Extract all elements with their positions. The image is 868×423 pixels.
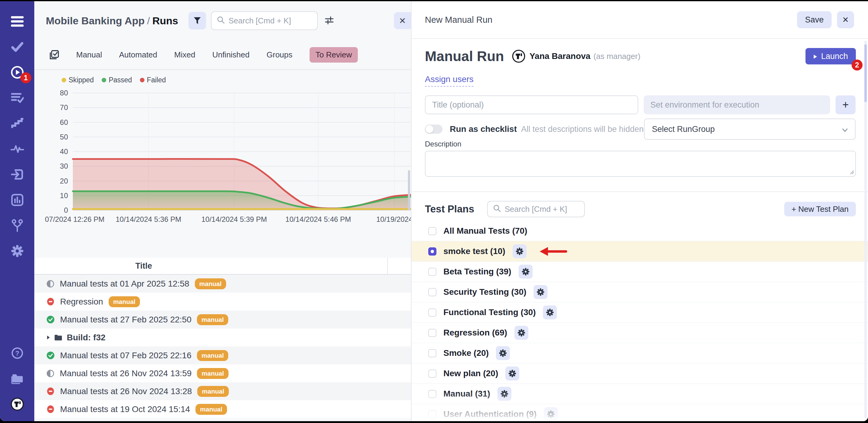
sidebar-item-check[interactable] (0, 34, 34, 60)
test-plan-label: Functional Testing (30) (443, 308, 536, 317)
resize-handle-icon[interactable] (849, 170, 854, 176)
test-plan-row-security-testing-30-[interactable]: Security Testing (30) (411, 282, 868, 302)
sidebar-item-bar-chart[interactable] (0, 187, 34, 213)
test-plan-checkbox[interactable] (428, 308, 436, 317)
test-plan-label: All Manual Tests (70) (443, 226, 527, 236)
tab-unfinished[interactable]: Unfinished (212, 50, 249, 60)
table-row[interactable]: Manual tests at 27 Feb 2025 22:50manual (34, 311, 411, 329)
manager-role: (as manager) (593, 52, 640, 61)
run-as-checklist-toggle[interactable] (425, 124, 442, 134)
tab-manual[interactable]: Manual (76, 50, 102, 60)
test-plan-row-new-plan-20-[interactable]: New plan (20) (411, 363, 868, 384)
new-manual-run-panel: New Manual Run Save ✕ Manual Run Yana Ba… (411, 1, 868, 421)
tab-groups[interactable]: Groups (267, 50, 292, 60)
sidebar-item-menu[interactable] (0, 8, 34, 34)
test-plan-checkbox[interactable] (428, 369, 436, 378)
runs-panel-close-button[interactable]: ✕ (394, 12, 411, 29)
launch-button[interactable]: Launch (805, 48, 856, 64)
table-row[interactable]: Build: f32 (34, 329, 411, 346)
run-title: Manual tests at 26 Nov 2024 13:28 (60, 387, 192, 396)
left-panel-scrollbar[interactable] (408, 170, 410, 210)
annotation-badge-1: 1 (20, 72, 31, 83)
tab-to-review[interactable]: To Review (310, 47, 358, 63)
new-test-plan-button[interactable]: + New Test Plan (784, 202, 856, 216)
test-plan-label: New plan (20) (443, 369, 498, 378)
table-row[interactable]: Manual tests at 19 Oct 2024 15:14manual (34, 400, 411, 418)
test-plan-checkbox[interactable] (428, 329, 436, 337)
test-plan-row-manual-31-[interactable]: Manual (31) (411, 384, 868, 404)
test-plan-checkbox[interactable] (428, 410, 436, 418)
legend-passed: Passed (102, 76, 132, 84)
test-plan-settings-button[interactable] (544, 407, 558, 421)
sidebar-item-list-check[interactable] (0, 85, 34, 111)
sidebar-item-branch[interactable] (0, 213, 34, 238)
test-plan-checkbox[interactable] (428, 247, 436, 256)
test-plan-row-beta-testing-39-[interactable]: Beta Testing (39) (411, 262, 868, 282)
test-plan-row-regression-69-[interactable]: Regression (69) (411, 323, 868, 343)
test-plan-checkbox[interactable] (428, 227, 436, 235)
test-plans-search-input[interactable] (505, 204, 579, 214)
runs-header: Mobile Banking App/Runs ✕ (34, 1, 411, 40)
test-plan-settings-button[interactable] (497, 387, 512, 401)
runs-search-input[interactable] (228, 16, 312, 26)
test-plan-checkbox[interactable] (428, 288, 436, 296)
sidebar-item-gear[interactable] (0, 238, 34, 264)
panel-title: New Manual Run (425, 15, 492, 25)
table-row[interactable]: Manual tests at 26 Nov 2024 13:28manual (34, 382, 411, 400)
environment-input[interactable] (644, 95, 830, 114)
assign-users-link[interactable]: Assign users (425, 75, 473, 87)
sidebar-item-activity[interactable] (0, 136, 34, 162)
run-type-badge: manual (197, 386, 229, 397)
test-plan-settings-button[interactable] (505, 366, 519, 380)
manager-name: Yana Baranova (530, 51, 591, 61)
table-row[interactable]: Manual tests at 07 Feb 2025 22:16manual (34, 346, 411, 364)
sidebar-item-help[interactable]: ? (0, 340, 34, 366)
save-button[interactable]: Save (797, 11, 832, 28)
test-plan-settings-button[interactable] (519, 265, 533, 279)
sidebar-item-steps[interactable] (0, 111, 34, 136)
test-plan-checkbox[interactable] (428, 390, 436, 398)
test-plan-row-smoke-20-[interactable]: Smoke (20) (411, 343, 868, 363)
chart-x-axis-labels: 07/2024 12:26 PM10/14/2024 5:36 PM10/14/… (34, 214, 411, 226)
table-row[interactable]: Manual tests at 01 Apr 2025 12:58manual (34, 275, 411, 293)
select-runs-icon[interactable] (50, 50, 59, 60)
close-button[interactable]: ✕ (837, 11, 854, 28)
right-panel-scrollbar[interactable] (864, 45, 867, 102)
test-plan-settings-button[interactable] (496, 346, 510, 360)
test-plan-checkbox[interactable] (428, 268, 436, 276)
test-plan-checkbox[interactable] (428, 349, 436, 357)
rungroup-select[interactable]: Select RunGroup (644, 118, 856, 140)
tabs-container: ManualAutomatedMixedUnfinishedGroupsTo R… (59, 47, 358, 63)
expand-caret-icon[interactable] (46, 335, 51, 340)
run-title: Regression (60, 297, 103, 307)
run-title: Manual tests at 26 Nov 2024 13:59 (60, 369, 191, 378)
sidebar-item-play[interactable]: 1 (0, 60, 34, 85)
run-title-input[interactable] (425, 95, 638, 114)
tab-automated[interactable]: Automated (119, 50, 157, 60)
sidebar-item-logo[interactable] (0, 391, 34, 417)
table-row[interactable]: Regressionmanual (34, 293, 411, 311)
chart-legend: SkippedPassedFailed (62, 75, 411, 84)
run-type-badge: manual (195, 278, 226, 289)
test-plan-settings-button[interactable] (543, 305, 557, 319)
table-row[interactable]: Manual tests at 26 Nov 2024 13:59manual (34, 364, 411, 382)
description-textarea[interactable] (425, 151, 856, 177)
sidebar-item-folder[interactable] (0, 366, 34, 391)
legend-skipped: Skipped (62, 76, 94, 84)
table-header: Title (34, 258, 411, 275)
x-axis-tick-label: 10/14/2024 5:39 PM (201, 215, 267, 224)
tab-mixed[interactable]: Mixed (174, 50, 195, 60)
test-plan-row-user-authentication-9-[interactable]: User Authentication (9) (411, 404, 868, 421)
sidebar-item-import[interactable] (0, 162, 34, 187)
test-plan-row-all-manual-tests-70-[interactable]: All Manual Tests (70) (411, 221, 868, 241)
test-plan-settings-button[interactable] (515, 326, 528, 340)
breadcrumb-project[interactable]: Mobile Banking App (46, 15, 145, 26)
test-plan-settings-button[interactable] (513, 244, 527, 258)
pending-status-icon (46, 280, 54, 288)
test-plan-settings-button[interactable] (533, 285, 548, 299)
columns-settings-button[interactable] (324, 16, 334, 25)
filter-button[interactable] (188, 12, 206, 29)
test-plan-row-functional-testing-30-[interactable]: Functional Testing (30) (411, 302, 868, 323)
test-plan-row-smoke-test-10-[interactable]: smoke test (10) (411, 241, 868, 262)
add-environment-button[interactable]: + (836, 95, 856, 114)
